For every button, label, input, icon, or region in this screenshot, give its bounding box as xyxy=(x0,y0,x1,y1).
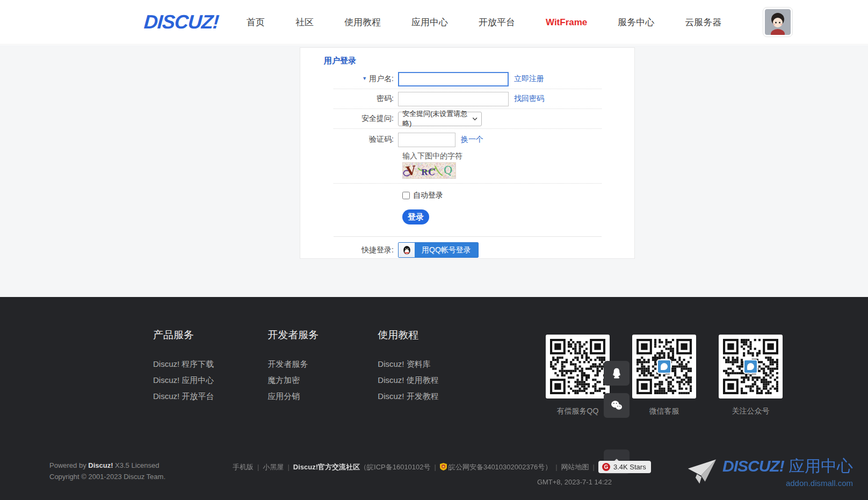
security-question-row: 安全提问: 安全提问(未设置请忽略) xyxy=(300,109,634,128)
qrcode-有偿服务QQ: 有偿服务QQ xyxy=(546,335,610,416)
user-avatar[interactable] xyxy=(763,7,793,37)
captcha-char: V xyxy=(405,163,416,178)
security-question-select[interactable]: 安全提问(未设置请忽略) xyxy=(398,112,482,126)
auto-login-label: 自动登录 xyxy=(413,191,443,200)
qq-icon xyxy=(399,243,415,257)
separator: | xyxy=(589,463,598,471)
footer-bottom-link[interactable]: Discuz!官方交流社区（皖ICP备16010102号 xyxy=(293,462,431,472)
qr-center-logo-icon xyxy=(743,359,758,374)
nav-item-服务中心[interactable]: 服务中心 xyxy=(618,16,654,28)
login-title: 用户登录 xyxy=(300,48,634,69)
security-question-value: 安全提问(未设置请忽略) xyxy=(402,109,472,128)
timestamp: GMT+8, 2023-7-1 14:22 xyxy=(233,478,615,486)
nav-item-云服务器[interactable]: 云服务器 xyxy=(685,16,721,28)
nav-item-使用教程[interactable]: 使用教程 xyxy=(344,16,381,28)
powered-by-block: Powered by Discuz! X3.5 Licensed Copyrig… xyxy=(49,460,165,482)
discuz-brand-text: Discuz! xyxy=(88,461,113,469)
footer-column-title: 使用教程 xyxy=(378,328,438,342)
chevron-down-icon xyxy=(472,116,478,122)
footer-link[interactable]: 魔方加密 xyxy=(267,372,324,388)
footer-link[interactable]: 开发者服务 xyxy=(267,356,324,372)
username-label-text: 用户名: xyxy=(369,74,394,83)
forgot-password-link[interactable]: 找回密码 xyxy=(514,94,544,104)
footer-link[interactable]: Discuz! 应用中心 xyxy=(153,372,214,388)
footer-link[interactable]: Discuz! 资料库 xyxy=(378,356,438,372)
username-row: ▼用户名: 立即注册 xyxy=(300,69,634,89)
qr-center-logo-icon xyxy=(657,359,671,374)
brand-domain: addon.dismall.com xyxy=(722,479,853,488)
register-link[interactable]: 立即注册 xyxy=(514,74,544,84)
footer-bottom-link[interactable]: 皖公网安备34010302002376号） xyxy=(440,462,552,472)
wechat-contact-button[interactable] xyxy=(604,393,630,418)
qq-login-label: 用QQ帐号登录 xyxy=(415,243,478,257)
stars-count: 3.4K Stars xyxy=(613,463,646,471)
qr-label: 关注公众号 xyxy=(719,407,783,416)
nav-item-社区[interactable]: 社区 xyxy=(295,16,314,28)
qrcode-row: 有偿服务QQ微信客服关注公众号 xyxy=(546,335,783,416)
qrcode-image xyxy=(719,335,783,398)
qrcode-微信客服: 微信客服 xyxy=(632,335,696,416)
footer-bottom-link[interactable]: 网站地图 xyxy=(561,462,589,472)
password-input[interactable] xyxy=(398,92,509,106)
quick-login-label: 快捷登录: xyxy=(300,245,398,255)
username-dropdown-caret[interactable]: ▼ xyxy=(362,76,367,81)
powered-by-line: Powered by Discuz! X3.5 Licensed xyxy=(49,460,165,471)
nav-item-开放平台[interactable]: 开放平台 xyxy=(479,16,515,28)
security-question-label: 安全提问: xyxy=(300,114,398,124)
username-input[interactable] xyxy=(398,72,509,86)
qq-login-button[interactable]: 用QQ帐号登录 xyxy=(398,242,479,258)
nav-item-应用中心[interactable]: 应用中心 xyxy=(411,16,448,28)
qrcode-关注公众号: 关注公众号 xyxy=(719,335,783,416)
login-button[interactable]: 登录 xyxy=(402,209,429,224)
auto-login-checkbox[interactable] xyxy=(402,192,410,199)
captcha-label: 验证码: xyxy=(300,135,398,144)
qq-contact-button[interactable] xyxy=(604,361,630,386)
password-label: 密码: xyxy=(300,94,398,104)
captcha-char: C xyxy=(428,166,436,177)
wechat-icon xyxy=(610,399,623,412)
qrcode-image xyxy=(632,335,696,398)
separator: | xyxy=(431,463,440,471)
footer-link[interactable]: Discuz! 开发教程 xyxy=(378,388,438,404)
login-panel: 用户登录 ▼用户名: 立即注册 密码: 找回密码 安全提问: 安全提问(未设置请… xyxy=(300,47,635,259)
nav-item-首页[interactable]: 首页 xyxy=(247,16,265,28)
quick-login-row: 快捷登录: 用QQ帐号登录 xyxy=(300,237,634,258)
footer-column: 产品服务Discuz! 程序下载Discuz! 应用中心Discuz! 开放平台 xyxy=(153,328,214,404)
footer-link-columns: 产品服务Discuz! 程序下载Discuz! 应用中心Discuz! 开放平台… xyxy=(153,328,439,404)
captcha-char: R xyxy=(421,168,428,177)
police-badge-icon xyxy=(440,463,447,470)
main-area: 用户登录 ▼用户名: 立即注册 密码: 找回密码 安全提问: 安全提问(未设置请… xyxy=(0,45,868,297)
footer-link[interactable]: Discuz! 开放平台 xyxy=(153,388,214,404)
footer-link[interactable]: 应用分销 xyxy=(267,388,324,404)
separator: | xyxy=(284,463,293,471)
qrcode-image xyxy=(546,335,610,398)
addon-brand-logo[interactable]: DISCUZ! 应用中心 addon.dismall.com xyxy=(687,455,853,488)
discuz-logo[interactable]: DISCUZ! xyxy=(143,11,220,33)
captcha-input[interactable] xyxy=(398,133,455,147)
footer-link[interactable]: Discuz! 使用教程 xyxy=(378,372,438,388)
auto-login-row: 自动登录 xyxy=(300,184,634,203)
footer-bottom-link[interactable]: 手机版 xyxy=(233,462,254,472)
gitee-stars-badge[interactable]: G3.4K Stars xyxy=(598,461,651,473)
main-nav: 首页社区使用教程应用中心开放平台WitFrame服务中心云服务器 xyxy=(247,0,721,45)
avatar-image xyxy=(765,9,791,35)
nav-item-WitFrame[interactable]: WitFrame xyxy=(546,17,587,28)
captcha-image[interactable]: VRCQ xyxy=(402,162,456,179)
footer-bottom-link[interactable]: 小黑屋 xyxy=(263,462,284,472)
gitee-icon: G xyxy=(602,463,610,471)
footer-column: 使用教程Discuz! 资料库Discuz! 使用教程Discuz! 开发教程 xyxy=(378,328,438,404)
captcha-char: Q xyxy=(444,164,452,177)
top-header: DISCUZ! 首页社区使用教程应用中心开放平台WitFrame服务中心云服务器 xyxy=(0,0,868,45)
footer-link[interactable]: Discuz! 程序下载 xyxy=(153,356,214,372)
copyright-line: Copyright © 2001-2023 Discuz Team. xyxy=(49,471,165,482)
username-label: ▼用户名: xyxy=(300,74,398,84)
paper-plane-icon xyxy=(687,458,717,485)
separator: | xyxy=(552,463,561,471)
brand-title: DISCUZ! 应用中心 xyxy=(722,455,853,477)
captcha-row: 验证码: 换一个 xyxy=(300,129,634,148)
site-footer: 产品服务Discuz! 程序下载Discuz! 应用中心Discuz! 开放平台… xyxy=(0,297,868,500)
footer-bottom-center: 手机版|小黑屋|Discuz!官方交流社区（皖ICP备16010102号|皖公网… xyxy=(233,461,615,486)
footer-column-title: 开发者服务 xyxy=(267,328,324,342)
captcha-refresh-link[interactable]: 换一个 xyxy=(461,135,483,144)
footer-column: 开发者服务开发者服务魔方加密应用分销 xyxy=(267,328,324,404)
